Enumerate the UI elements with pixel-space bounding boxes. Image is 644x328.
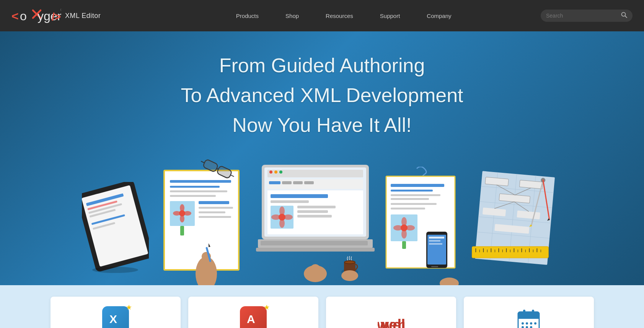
svg-rect-23	[170, 195, 216, 197]
svg-point-62	[279, 206, 285, 216]
svg-rect-127	[472, 247, 548, 258]
svg-rect-156	[518, 316, 539, 319]
svg-rect-82	[391, 194, 440, 196]
nav-company[interactable]: Company	[413, 13, 465, 19]
svg-text:o: o	[20, 9, 27, 23]
laptop-svg	[256, 163, 375, 285]
svg-rect-58	[271, 194, 328, 198]
svg-rect-68	[297, 215, 332, 218]
search-input[interactable]	[546, 13, 618, 19]
svg-rect-80	[391, 184, 444, 187]
svg-point-99	[440, 278, 459, 285]
svg-point-18	[92, 267, 138, 273]
svg-point-65	[284, 214, 293, 220]
svg-point-89	[401, 229, 407, 239]
laptop-illustration	[256, 163, 375, 285]
calendar-icon	[515, 306, 542, 328]
nav-support[interactable]: Support	[367, 13, 414, 19]
hero-section: From Guided Authoring To Advanced XML De…	[0, 31, 644, 285]
star-icon-2: ★	[264, 303, 270, 312]
svg-point-77	[345, 261, 355, 263]
document2-illustration	[382, 167, 466, 285]
card-xml-editor[interactable]: X ★ See what is new in Oxygen XML Editor…	[51, 297, 181, 328]
nav-shop[interactable]: Shop	[272, 13, 312, 19]
svg-rect-70	[261, 241, 368, 245]
svg-point-165	[530, 326, 532, 328]
hero-title: From Guided Authoring To Advanced XML De…	[181, 50, 463, 140]
svg-rect-34	[180, 226, 184, 235]
svg-rect-51	[279, 170, 282, 174]
svg-rect-96	[429, 237, 444, 239]
svg-rect-27	[199, 216, 231, 218]
blueprint-svg	[470, 167, 567, 281]
logo-subtitle: XML Editor	[65, 12, 101, 20]
svg-point-91	[406, 225, 415, 231]
svg-rect-54	[282, 181, 292, 184]
svg-point-30	[180, 204, 184, 212]
svg-rect-157	[523, 310, 525, 315]
svg-point-31	[180, 215, 184, 222]
card-events[interactable]: See All Events ›	[464, 297, 594, 328]
tablet-svg	[82, 182, 149, 274]
svg-point-64	[271, 214, 280, 220]
svg-rect-21	[170, 186, 220, 188]
svg-rect-20	[170, 180, 231, 183]
web-author-icon: A ★	[240, 306, 267, 328]
cards-section: X ★ See what is new in Oxygen XML Editor…	[0, 285, 644, 328]
search-container	[541, 10, 633, 22]
svg-text:A: A	[247, 313, 255, 325]
svg-point-159	[522, 322, 524, 325]
svg-rect-84	[391, 203, 437, 205]
svg-rect-95	[431, 266, 438, 267]
svg-rect-24	[199, 201, 229, 204]
svg-point-161	[530, 322, 532, 325]
svg-rect-56	[304, 181, 314, 184]
svg-rect-81	[391, 190, 433, 192]
svg-rect-50	[274, 170, 277, 174]
svg-point-160	[526, 322, 528, 325]
svg-text:<: <	[11, 9, 19, 23]
search-icon-button[interactable]	[621, 12, 627, 19]
svg-rect-49	[269, 170, 272, 174]
svg-rect-71	[256, 248, 375, 252]
xml-editor-icon: X ★	[102, 306, 129, 328]
svg-rect-66	[297, 206, 336, 208]
svg-text:webinAr: webinAr	[378, 317, 404, 328]
svg-rect-97	[429, 240, 440, 242]
hero-illustrations	[0, 155, 644, 285]
svg-rect-98	[429, 243, 442, 245]
paper-svg	[157, 159, 248, 285]
search-icon	[621, 12, 627, 18]
svg-point-33	[184, 211, 191, 216]
svg-point-63	[279, 219, 285, 228]
star-icon: ★	[126, 303, 132, 312]
svg-rect-26	[199, 211, 225, 213]
svg-line-38	[201, 161, 204, 163]
svg-text:®: ®	[60, 8, 61, 12]
doc2-svg	[382, 167, 466, 285]
svg-rect-59	[271, 200, 309, 203]
svg-rect-25	[199, 207, 233, 209]
svg-point-73	[311, 264, 320, 272]
logo-container[interactable]: < o ygen /> ® XML Editor	[11, 6, 101, 25]
svg-rect-67	[297, 210, 328, 213]
svg-point-90	[393, 225, 403, 231]
blueprint-illustration	[474, 170, 562, 278]
svg-rect-158	[532, 310, 534, 315]
svg-rect-83	[391, 198, 429, 200]
svg-point-163	[522, 326, 524, 328]
svg-rect-55	[293, 181, 303, 184]
card-web-author[interactable]: A ★ See what is new in Oxygen Web Author…	[188, 297, 318, 328]
paper-writing-illustration	[157, 159, 248, 285]
svg-point-88	[401, 217, 407, 226]
svg-text:X: X	[109, 313, 117, 325]
card-webinar[interactable]: web n i webinAr Create JSON Schema in De…	[326, 297, 456, 328]
webinar-icon: web n i webinAr	[378, 306, 404, 328]
nav-products[interactable]: Products	[223, 13, 272, 19]
navbar: < o ygen /> ® XML Editor Products Shop R…	[0, 0, 644, 31]
nav-resources[interactable]: Resources	[312, 13, 367, 19]
svg-line-37	[217, 169, 218, 169]
svg-text:/>: />	[52, 11, 61, 23]
svg-rect-22	[170, 190, 227, 192]
svg-rect-92	[402, 241, 406, 249]
